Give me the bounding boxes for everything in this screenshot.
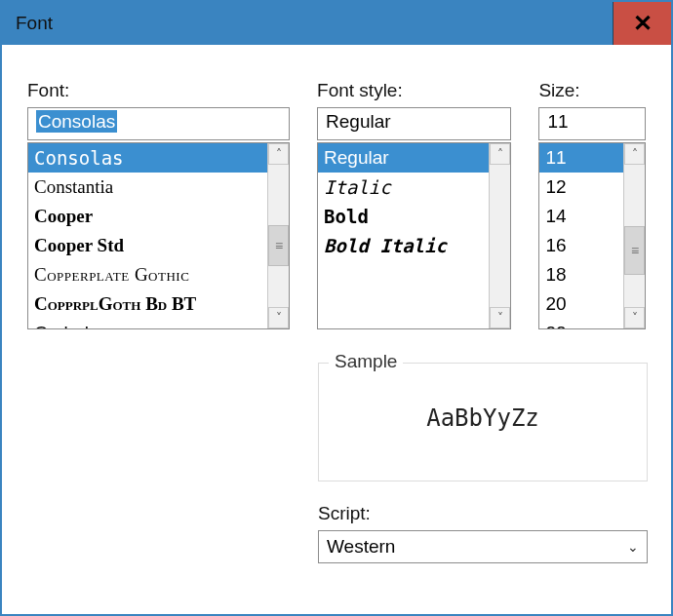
list-item[interactable]: Italic <box>318 173 489 202</box>
script-label: Script: <box>318 503 648 524</box>
size-listbox[interactable]: 11 12 14 16 18 20 22 ˄ ≡ ˅ <box>538 142 646 329</box>
sample-group: Sample AaBbYyZz <box>318 363 648 481</box>
window-title: Font <box>16 13 53 34</box>
font-label: Font: <box>27 80 290 101</box>
scroll-track[interactable] <box>490 165 510 307</box>
size-input-value: 11 <box>547 111 568 132</box>
scroll-track[interactable]: ≡ <box>268 165 289 307</box>
sample-text: AaBbYyZz <box>319 404 647 432</box>
size-list-items: 11 12 14 16 18 20 22 <box>539 143 623 328</box>
style-input-value: Regular <box>326 111 391 132</box>
font-column: Font: Consolas Consolas Constantia Coope… <box>27 80 290 329</box>
list-item[interactable]: Consolas <box>28 143 267 173</box>
top-row: Font: Consolas Consolas Constantia Coope… <box>27 80 646 329</box>
close-icon: ✕ <box>633 10 653 37</box>
script-value: Western <box>327 536 395 558</box>
list-item[interactable]: CopprplGoth Bd BT <box>28 289 267 319</box>
list-item[interactable]: Bold <box>318 202 489 231</box>
list-item[interactable]: Cooper Std <box>28 231 267 260</box>
list-item[interactable]: Corbel <box>28 319 267 328</box>
client-area: Font: Consolas Consolas Constantia Coope… <box>2 45 671 563</box>
list-item[interactable]: Constantia <box>28 173 267 202</box>
style-column: Font style: Regular Regular Italic Bold … <box>317 80 511 329</box>
font-dialog: Font ✕ Font: Consolas Consolas Constanti… <box>0 0 673 616</box>
script-combobox[interactable]: Western ⌄ <box>318 530 648 563</box>
scroll-up-icon[interactable]: ˄ <box>624 143 645 165</box>
font-listbox[interactable]: Consolas Constantia Cooper Cooper Std Co… <box>27 142 290 329</box>
scroll-up-icon[interactable]: ˄ <box>490 143 510 165</box>
size-label: Size: <box>538 80 646 101</box>
style-label: Font style: <box>317 80 511 101</box>
size-column: Size: 11 11 12 14 16 18 20 22 ˄ <box>538 80 646 329</box>
scroll-down-icon[interactable]: ˅ <box>624 307 645 328</box>
list-item[interactable]: 12 <box>539 173 623 202</box>
list-item[interactable]: 22 <box>539 319 623 328</box>
style-listbox[interactable]: Regular Italic Bold Bold Italic ˄ ˅ <box>317 142 511 329</box>
font-list-items: Consolas Constantia Cooper Cooper Std Co… <box>28 143 267 328</box>
scroll-thumb[interactable]: ≡ <box>268 225 289 266</box>
list-item[interactable]: 11 <box>539 143 623 173</box>
chevron-down-icon: ⌄ <box>627 539 639 555</box>
sample-label: Sample <box>329 351 403 372</box>
scroll-up-icon[interactable]: ˄ <box>268 143 289 165</box>
scroll-track[interactable]: ≡ <box>624 165 645 307</box>
list-item[interactable]: 20 <box>539 289 623 319</box>
font-input-value: Consolas <box>36 110 117 133</box>
size-input[interactable]: 11 <box>538 107 646 140</box>
list-item[interactable]: 18 <box>539 260 623 289</box>
list-item[interactable]: Cooper <box>28 202 267 231</box>
script-group: Script: Western ⌄ <box>318 503 648 563</box>
font-scrollbar[interactable]: ˄ ≡ ˅ <box>267 143 289 328</box>
scroll-thumb[interactable]: ≡ <box>624 226 645 275</box>
titlebar: Font ✕ <box>2 2 671 45</box>
scroll-down-icon[interactable]: ˅ <box>490 307 510 328</box>
close-button[interactable]: ✕ <box>613 2 671 45</box>
style-input[interactable]: Regular <box>317 107 511 140</box>
list-item[interactable]: Copperplate Gothic <box>28 260 267 289</box>
size-scrollbar[interactable]: ˄ ≡ ˅ <box>623 143 645 328</box>
list-item[interactable]: 14 <box>539 202 623 231</box>
style-list-items: Regular Italic Bold Bold Italic <box>318 143 489 328</box>
list-item[interactable]: Regular <box>318 143 489 173</box>
style-scrollbar[interactable]: ˄ ˅ <box>489 143 510 328</box>
list-item[interactable]: 16 <box>539 231 623 260</box>
scroll-down-icon[interactable]: ˅ <box>268 307 289 328</box>
list-item[interactable]: Bold Italic <box>318 231 489 260</box>
font-input[interactable]: Consolas <box>27 107 290 140</box>
